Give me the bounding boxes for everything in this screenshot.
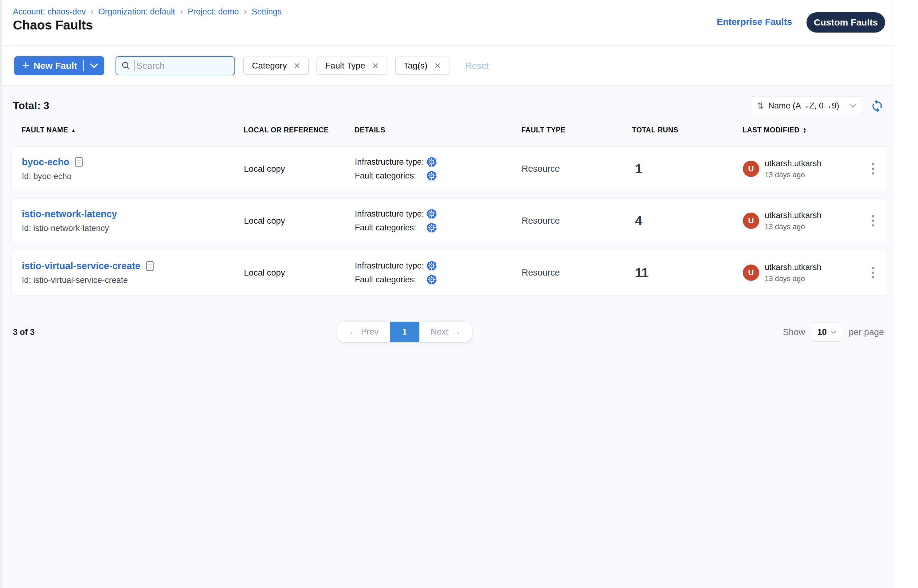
page-size-control: Show 10 per page: [783, 323, 884, 342]
breadcrumb-settings-link[interactable]: Settings: [252, 7, 282, 16]
breadcrumb-project-link[interactable]: Project: demo: [188, 7, 239, 16]
fault-name-link[interactable]: byoc-echo: [22, 157, 69, 168]
column-total-runs: TOTAL RUNS: [632, 126, 743, 134]
search-input[interactable]: [136, 61, 230, 71]
breadcrumb-separator-icon: ›: [91, 6, 94, 16]
fault-name-link[interactable]: istio-network-latency: [22, 208, 117, 220]
table-row[interactable]: byoc-echo Id: byoc-echo Local copy Infra…: [12, 146, 888, 191]
modified-time: 13 days ago: [765, 275, 821, 283]
breadcrumb-account-link[interactable]: Account: chaos-dev: [13, 7, 86, 16]
page-size-value: 10: [817, 327, 827, 337]
pagination: ← Prev 1 Next →: [337, 321, 472, 342]
refresh-button[interactable]: [870, 99, 884, 113]
total-runs-cell: 1: [632, 162, 743, 176]
left-edge-strip: [0, 0, 2, 588]
total-count: Total: 3: [13, 100, 49, 111]
sort-value: Name (A→Z, 0→9): [768, 101, 845, 111]
modified-time: 13 days ago: [765, 171, 821, 179]
new-fault-button[interactable]: + New Fault: [14, 56, 104, 75]
fault-name-link[interactable]: istio-virtual-service-create: [22, 260, 141, 271]
total-runs-cell: 11: [632, 265, 743, 280]
infrastructure-type-label: Infrastructure type:: [355, 209, 426, 219]
breadcrumb: Account: chaos-dev › Organization: defau…: [13, 7, 281, 16]
text-cursor: [134, 60, 135, 71]
sort-dropdown[interactable]: ⇅ Name (A→Z, 0→9): [751, 96, 862, 115]
enterprise-faults-link[interactable]: Enterprise Faults: [717, 16, 792, 27]
faults-table: byoc-echo Id: byoc-echo Local copy Infra…: [12, 146, 888, 302]
chevron-down-icon: [831, 330, 837, 334]
close-icon[interactable]: ✕: [434, 62, 441, 70]
row-menu-button[interactable]: [869, 264, 877, 281]
details-cell: Infrastructure type: Fault categories:: [355, 260, 522, 285]
kubernetes-icon: [426, 274, 437, 285]
search-box[interactable]: [116, 56, 235, 75]
table-row[interactable]: istio-virtual-service-create Id: istio-v…: [12, 250, 888, 295]
avatar: U: [743, 213, 759, 229]
kubernetes-icon: [426, 170, 437, 181]
custom-faults-button[interactable]: Custom Faults: [806, 12, 885, 32]
filter-chip-category[interactable]: Category ✕: [243, 57, 309, 75]
prev-label: Prev: [361, 327, 379, 337]
next-label: Next: [431, 327, 449, 337]
column-label: FAULT NAME: [21, 126, 68, 134]
kubernetes-icon: [426, 260, 437, 271]
infrastructure-type-label: Infrastructure type:: [355, 261, 426, 271]
local-or-reference-cell: Local copy: [244, 268, 355, 278]
page-size-select[interactable]: 10: [812, 323, 842, 342]
close-icon[interactable]: ✕: [372, 62, 379, 70]
fault-type-cell: Resource: [522, 164, 632, 174]
avatar: U: [743, 265, 759, 281]
last-modified-cell: U utkarsh.utkarsh 13 days ago: [743, 159, 858, 179]
fault-type-cell: Resource: [522, 268, 632, 278]
table-header-row: FAULT NAME ▲ LOCAL OR REFERENCE DETAILS …: [21, 126, 888, 134]
page-title: Chaos Faults: [13, 18, 93, 32]
avatar: U: [743, 161, 759, 177]
column-fault-name[interactable]: FAULT NAME ▲: [21, 126, 244, 134]
filter-chip-fault-type[interactable]: Fault Type ✕: [317, 57, 387, 75]
fault-categories-label: Fault categories:: [355, 275, 426, 284]
kubernetes-icon: [426, 157, 437, 168]
fault-id: Id: byoc-echo: [22, 172, 244, 181]
chevron-down-icon[interactable]: [90, 63, 98, 68]
column-last-modified[interactable]: LAST MODIFIED ▲ ▼: [743, 126, 858, 134]
arrow-right-icon: →: [452, 327, 461, 337]
sort-both-icon: ▲ ▼: [802, 127, 806, 133]
close-icon[interactable]: ✕: [294, 62, 301, 70]
arrow-left-icon: ←: [349, 327, 357, 337]
fault-name-cell: byoc-echo Id: byoc-echo: [22, 157, 244, 181]
details-cell: Infrastructure type: Fault categories:: [355, 157, 522, 181]
prev-page-button[interactable]: ← Prev: [337, 321, 390, 342]
column-label: FAULT TYPE: [521, 126, 566, 134]
modified-by-user: utkarsh.utkarsh: [765, 211, 821, 220]
filter-chip-tags[interactable]: Tag(s) ✕: [395, 57, 450, 75]
page-1-button[interactable]: 1: [390, 321, 419, 342]
last-modified-cell: U utkarsh.utkarsh 13 days ago: [743, 211, 858, 231]
faults-list-section: Total: 3 ⇅ Name (A→Z, 0→9) FAULT NAME ▲ …: [0, 86, 894, 588]
button-divider: [83, 60, 84, 71]
per-page-label: per page: [849, 327, 884, 337]
next-page-button[interactable]: Next →: [419, 321, 472, 342]
column-fault-type: FAULT TYPE: [521, 126, 632, 134]
reset-filters-button[interactable]: Reset: [465, 61, 489, 71]
breadcrumb-separator-icon: ›: [180, 6, 183, 16]
search-icon: [121, 61, 131, 71]
fault-id: Id: istio-virtual-service-create: [22, 276, 244, 285]
manifest-doc-icon[interactable]: [145, 260, 155, 271]
row-menu-button[interactable]: [869, 212, 877, 229]
fault-categories-label: Fault categories:: [355, 223, 426, 233]
column-label: TOTAL RUNS: [632, 126, 678, 134]
row-menu-button[interactable]: [869, 160, 877, 178]
filter-chip-label: Category: [252, 61, 287, 71]
chaos-faults-page: Account: chaos-dev › Organization: defau…: [0, 0, 894, 588]
column-label: LOCAL OR REFERENCE: [244, 126, 329, 134]
page-header: Account: chaos-dev › Organization: defau…: [0, 0, 894, 46]
manifest-doc-icon[interactable]: [74, 157, 84, 168]
column-details: DETAILS: [354, 126, 521, 134]
toolbar: + New Fault Category ✕ Fault Type ✕: [0, 46, 894, 86]
kubernetes-icon: [426, 208, 437, 219]
table-row[interactable]: istio-network-latency Id: istio-network-…: [12, 198, 888, 243]
column-local-or-reference: LOCAL OR REFERENCE: [244, 126, 354, 134]
infrastructure-type-label: Infrastructure type:: [355, 157, 426, 167]
fault-type-cell: Resource: [522, 216, 632, 226]
breadcrumb-organization-link[interactable]: Organization: default: [98, 7, 175, 16]
